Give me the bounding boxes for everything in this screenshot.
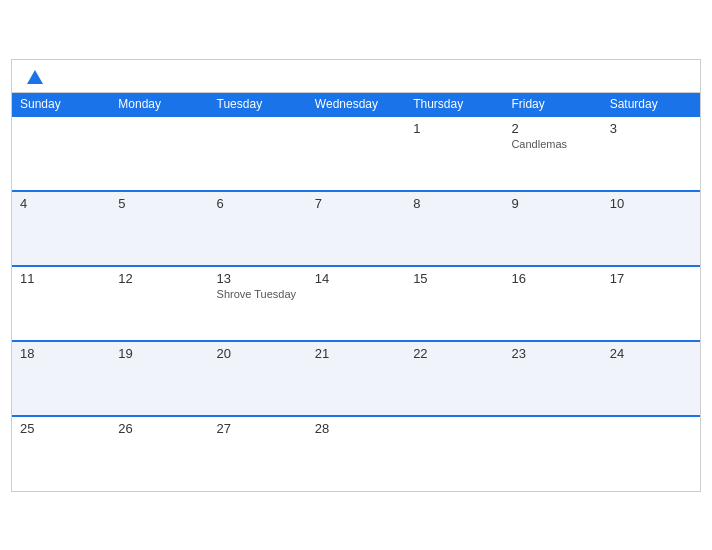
calendar-cell [110,116,208,191]
calendar-cell: 28 [307,416,405,491]
calendar-cell: 15 [405,266,503,341]
day-number: 4 [20,196,102,211]
calendar-cell: 27 [209,416,307,491]
calendar-cell: 10 [602,191,700,266]
calendar: SundayMondayTuesdayWednesdayThursdayFrid… [11,59,701,492]
calendar-cell: 21 [307,341,405,416]
day-number: 20 [217,346,299,361]
day-number: 10 [610,196,692,211]
day-number: 8 [413,196,495,211]
calendar-cell: 2Candlemas [503,116,601,191]
logo-flag-icon [26,68,44,86]
calendar-cell [209,116,307,191]
day-number: 17 [610,271,692,286]
day-number: 21 [315,346,397,361]
calendar-cell [307,116,405,191]
calendar-cell [602,416,700,491]
calendar-cell: 25 [12,416,110,491]
weekday-header-thursday: Thursday [405,93,503,116]
weekday-header-friday: Friday [503,93,601,116]
day-number: 18 [20,346,102,361]
day-number: 11 [20,271,102,286]
calendar-cell: 1 [405,116,503,191]
day-number: 28 [315,421,397,436]
day-number: 15 [413,271,495,286]
calendar-cell [405,416,503,491]
logo [24,68,46,86]
calendar-cell: 9 [503,191,601,266]
weekday-header-tuesday: Tuesday [209,93,307,116]
day-event: Candlemas [511,138,593,150]
calendar-cell: 12 [110,266,208,341]
calendar-cell [12,116,110,191]
weekday-header-sunday: Sunday [12,93,110,116]
day-number: 27 [217,421,299,436]
day-number: 2 [511,121,593,136]
day-number: 14 [315,271,397,286]
calendar-cell: 7 [307,191,405,266]
calendar-cell: 20 [209,341,307,416]
calendar-cell: 13Shrove Tuesday [209,266,307,341]
day-number: 25 [20,421,102,436]
calendar-cell: 23 [503,341,601,416]
svg-marker-0 [27,70,43,84]
day-number: 23 [511,346,593,361]
calendar-week-row: 12Candlemas3 [12,116,700,191]
day-number: 6 [217,196,299,211]
calendar-cell: 14 [307,266,405,341]
weekday-header-monday: Monday [110,93,208,116]
calendar-cell: 5 [110,191,208,266]
day-number: 19 [118,346,200,361]
calendar-cell: 17 [602,266,700,341]
calendar-cell: 3 [602,116,700,191]
calendar-cell: 26 [110,416,208,491]
weekday-header-wednesday: Wednesday [307,93,405,116]
day-number: 5 [118,196,200,211]
calendar-cell: 18 [12,341,110,416]
day-number: 26 [118,421,200,436]
day-number: 9 [511,196,593,211]
calendar-week-row: 45678910 [12,191,700,266]
calendar-cell: 19 [110,341,208,416]
calendar-cell: 24 [602,341,700,416]
calendar-week-row: 111213Shrove Tuesday14151617 [12,266,700,341]
day-number: 16 [511,271,593,286]
calendar-cell: 16 [503,266,601,341]
day-number: 12 [118,271,200,286]
calendar-cell: 4 [12,191,110,266]
calendar-grid: SundayMondayTuesdayWednesdayThursdayFrid… [12,93,700,491]
day-number: 3 [610,121,692,136]
day-event: Shrove Tuesday [217,288,299,300]
calendar-week-row: 25262728 [12,416,700,491]
calendar-cell [503,416,601,491]
calendar-cell: 11 [12,266,110,341]
day-number: 7 [315,196,397,211]
calendar-week-row: 18192021222324 [12,341,700,416]
day-number: 22 [413,346,495,361]
day-number: 13 [217,271,299,286]
calendar-header [12,60,700,93]
day-number: 24 [610,346,692,361]
weekday-header-row: SundayMondayTuesdayWednesdayThursdayFrid… [12,93,700,116]
calendar-cell: 22 [405,341,503,416]
day-number: 1 [413,121,495,136]
weekday-header-saturday: Saturday [602,93,700,116]
calendar-cell: 6 [209,191,307,266]
calendar-cell: 8 [405,191,503,266]
